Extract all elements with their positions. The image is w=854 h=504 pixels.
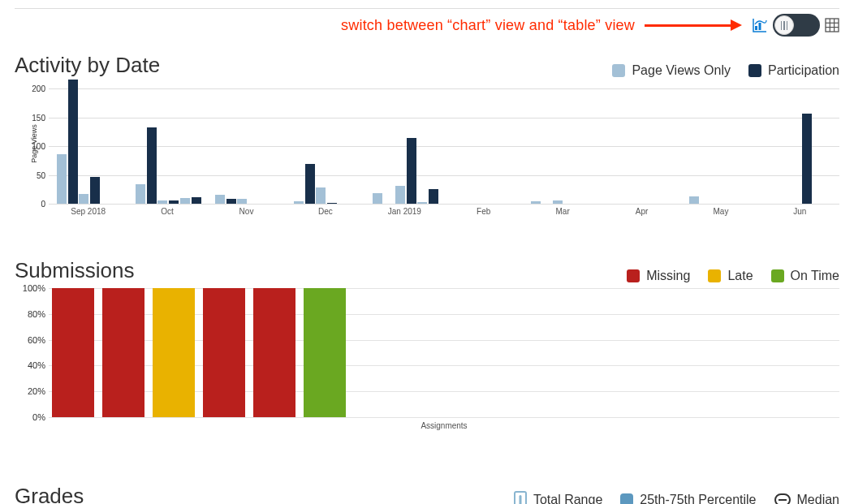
view-toggle-row: switch between “chart” view and “table” … xyxy=(15,14,839,37)
bar-page-views xyxy=(215,195,225,204)
y-tick: 0% xyxy=(16,412,45,422)
legend-label: Page Views Only xyxy=(632,63,731,78)
month-label: Jan 2019 xyxy=(388,207,421,216)
legend-median: Median xyxy=(774,493,839,504)
month-block: Mar xyxy=(523,83,602,204)
svg-rect-1 xyxy=(759,23,761,30)
legend-label: Missing xyxy=(646,269,690,283)
month-label: Nov xyxy=(239,207,254,216)
legend-late: Late xyxy=(708,269,753,283)
gridline xyxy=(49,204,839,205)
swatch-icon xyxy=(771,269,784,282)
bar-pair xyxy=(791,114,812,204)
submissions-legend: Missing Late On Time xyxy=(627,269,839,283)
legend-participation: Participation xyxy=(748,63,839,78)
activity-title: Activity by Date xyxy=(15,53,160,78)
bar-page-views xyxy=(294,201,304,204)
bar-participation xyxy=(327,203,337,204)
legend-percentile: 25th-75th Percentile xyxy=(620,493,756,504)
switch-annotation-text: switch between “chart” view and “table” … xyxy=(341,17,635,34)
submissions-chart: 0%20%40%60%80%100% Assignments xyxy=(15,288,839,430)
legend-label: 25th-75th Percentile xyxy=(640,493,756,504)
submissions-x-axis-label: Assignments xyxy=(49,421,839,430)
submission-bar xyxy=(203,288,245,417)
bar-participation xyxy=(407,138,416,204)
month-block: Apr xyxy=(602,83,681,204)
bar-participation xyxy=(192,197,201,204)
submission-bars xyxy=(49,288,839,417)
month-block: Nov xyxy=(207,83,286,204)
month-label: Mar xyxy=(556,207,570,216)
y-tick: 150 xyxy=(24,113,45,122)
legend-label: On Time xyxy=(791,269,839,283)
bar-participation xyxy=(305,164,315,204)
bar-pair xyxy=(237,199,258,204)
bar-page-views xyxy=(157,200,167,204)
view-toggle[interactable] xyxy=(773,14,820,37)
month-label: Oct xyxy=(161,207,174,216)
bar-page-views xyxy=(79,194,88,204)
bar-pair xyxy=(417,189,438,204)
swatch-icon xyxy=(748,64,761,77)
submission-bar xyxy=(102,288,144,417)
month-label: Jun xyxy=(793,207,806,216)
y-tick: 100% xyxy=(16,283,45,293)
submissions-section-header: Submissions Missing Late On Time xyxy=(15,258,839,283)
bar-page-views xyxy=(316,187,326,204)
bar-page-views xyxy=(531,201,541,204)
legend-label: Late xyxy=(727,269,753,283)
swatch-icon xyxy=(612,64,625,77)
table-icon[interactable] xyxy=(825,18,839,32)
svg-rect-2 xyxy=(826,19,839,32)
top-divider xyxy=(15,8,839,9)
bar-page-views xyxy=(395,186,405,204)
chart-icon[interactable] xyxy=(752,17,768,33)
submission-bar xyxy=(304,288,346,417)
month-label: Sep 2018 xyxy=(71,207,106,216)
legend-label: Total Range xyxy=(533,493,602,504)
month-block: Jan 2019 xyxy=(365,83,444,204)
month-block: Dec xyxy=(286,83,364,204)
legend-page-views-only: Page Views Only xyxy=(612,63,731,78)
month-block: Sep 2018 xyxy=(49,83,127,204)
bar-page-views xyxy=(136,184,145,204)
submission-bar xyxy=(52,288,94,417)
legend-label: Participation xyxy=(768,63,839,78)
bar-pair xyxy=(531,201,552,204)
activity-legend: Page Views Only Participation xyxy=(612,63,839,78)
bar-page-views xyxy=(57,154,67,204)
bar-participation xyxy=(68,80,78,204)
svg-rect-0 xyxy=(755,26,757,30)
bar-page-views xyxy=(373,193,382,204)
month-block: Jun xyxy=(761,83,839,204)
submission-bar xyxy=(153,288,195,417)
bar-pair xyxy=(57,80,78,204)
bar-participation xyxy=(90,177,100,204)
legend-on-time: On Time xyxy=(771,269,839,283)
y-tick: 60% xyxy=(16,335,45,345)
submissions-title: Submissions xyxy=(15,258,134,283)
month-block: May xyxy=(681,83,760,204)
month-label: Dec xyxy=(318,207,333,216)
bar-page-views xyxy=(553,200,563,204)
bar-participation xyxy=(169,200,179,204)
month-label: May xyxy=(714,207,729,216)
bar-page-views xyxy=(689,196,699,204)
swatch-icon xyxy=(708,269,721,282)
bar-participation xyxy=(226,199,236,204)
bar-pair xyxy=(395,138,416,204)
bar-page-views xyxy=(180,198,190,204)
bar-participation xyxy=(147,127,157,204)
month-label: Feb xyxy=(477,207,490,216)
y-tick: 40% xyxy=(16,360,45,370)
bar-pair xyxy=(79,177,100,204)
swatch-icon xyxy=(627,269,640,282)
gridline xyxy=(49,417,839,418)
range-icon xyxy=(514,491,527,504)
grades-title: Grades xyxy=(15,484,84,504)
y-tick: 200 xyxy=(24,84,45,93)
bar-page-views xyxy=(417,202,427,204)
grades-legend: Total Range 25th-75th Percentile Median xyxy=(514,491,839,504)
y-tick: 80% xyxy=(16,309,45,319)
submission-bar xyxy=(253,288,295,417)
